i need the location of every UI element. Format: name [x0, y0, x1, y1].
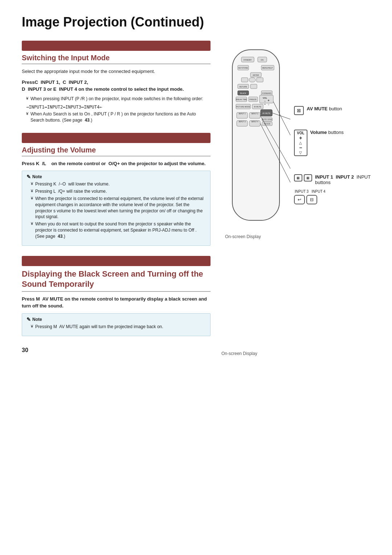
input2-icon: ▦: [306, 176, 310, 180]
svg-rect-12: [249, 78, 256, 82]
on-screen-display-2-container: On-screen Display: [221, 348, 257, 356]
section3-note-bullet-1: Pressing M AV MUTE again will turn the p…: [31, 324, 206, 330]
input12-buttons-icon: ▦ ▦: [294, 174, 312, 181]
av-mute-label-group: ⊠ AV MUTE button: [294, 106, 374, 115]
section2-note-bullet-2: Pressing L /Q+ will raise the volume.: [31, 188, 206, 195]
svg-text:▽: ▽: [268, 103, 269, 106]
section3-note-bullets: Pressing M AV MUTE again will turn the p…: [31, 324, 206, 330]
section2-title: Adjusting the Volume: [22, 146, 211, 156]
section2-note-label: ✎ Note: [26, 174, 206, 180]
svg-text:STANDBY: STANDBY: [243, 59, 252, 61]
remote-illustration: STANDBY ON KEYSTONE MENU/HELP ENTER RETU…: [221, 48, 290, 227]
svg-text:W MUTE: W MUTE: [254, 106, 262, 108]
svg-text:ENTER: ENTER: [253, 74, 259, 76]
svg-rect-16: [250, 84, 257, 89]
input4-icon: ⊟: [310, 197, 314, 202]
av-mute-label: AV MUTE button: [307, 106, 342, 111]
svg-rect-13: [257, 78, 263, 82]
section2-instruction: Press K /L on the remote control or O/Q+…: [22, 160, 211, 167]
svg-text:FREEZE: FREEZE: [249, 98, 257, 101]
svg-rect-25: [260, 95, 273, 103]
input12-label-group: ▦ ▦ INPUT 1 INPUT 2 INPUTbuttons: [294, 174, 374, 185]
input12-label: INPUT 1 INPUT 2 INPUTbuttons: [315, 174, 371, 185]
svg-text:VOL: VOL: [263, 97, 268, 99]
page-number: 30: [22, 347, 211, 354]
section1-bullets: When pressing INPUT (P /R ) on the proje…: [26, 96, 211, 102]
svg-text:FORWARD: FORWARD: [262, 92, 271, 94]
svg-text:KEYSTONE: KEYSTONE: [238, 67, 248, 69]
section1-body: Select the appropriate input mode for th…: [22, 68, 211, 75]
section1-bullets-2: When Auto Search is set to On , INPUT ( …: [26, 111, 211, 123]
input12-label-text: INPUT 1 INPUT 2 INPUTbuttons: [315, 174, 371, 185]
section3-header-bar: [22, 256, 211, 266]
av-mute-button-icon: ⊠: [294, 106, 304, 115]
svg-text:+: +: [268, 99, 269, 102]
input34-label-group: INPUT 3 INPUT 4: [294, 189, 374, 193]
svg-text:BLACK: BLACK: [240, 92, 246, 94]
section1-title: Switching the Input Mode: [22, 54, 211, 64]
svg-text:INPUT 3: INPUT 3: [238, 121, 245, 123]
section3-note-label: ✎ Note: [26, 317, 206, 322]
svg-text:INPUT 4: INPUT 4: [251, 121, 258, 123]
input34-label-prefix: INPUT 3 INPUT 4: [295, 189, 326, 193]
svg-text:RETURN: RETURN: [240, 86, 247, 88]
svg-text:−: −: [264, 102, 266, 106]
input3-icon: ↩: [298, 197, 301, 202]
svg-text:INPUT 2: INPUT 2: [251, 113, 258, 115]
svg-text:BREAK TIME: BREAK TIME: [236, 98, 247, 101]
section2-note-bullet-3: When the projector is connected to exter…: [31, 196, 206, 220]
note-icon-2: ✎: [26, 317, 31, 322]
av-mute-label-text: AV MUTE: [307, 106, 328, 111]
left-column: Switching the Input Mode Select the appr…: [22, 41, 211, 356]
section2-note-box: ✎ Note Pressing K /−Ο will lower the vol…: [22, 171, 211, 245]
remote-svg: STANDBY ON KEYSTONE MENU/HELP ENTER RETU…: [221, 48, 290, 226]
input-flow: →INPUT1↔INPUT2↔INPUT3↔INPUT4←: [26, 105, 211, 110]
av-mute-label-suffix: button: [328, 106, 342, 111]
svg-rect-11: [241, 78, 248, 82]
section3-note-box: ✎ Note Pressing M AV MUTE again will tur…: [22, 313, 211, 336]
input34-buttons: ↩ ⊟: [294, 195, 374, 204]
svg-text:INPUT 1: INPUT 1: [238, 113, 245, 115]
on-screen-display-1: On-screen Display: [225, 234, 261, 239]
section3-instruction: Press M AV MUTE on the remote control to…: [22, 295, 211, 310]
section3-note-text: Note: [32, 317, 42, 322]
section3-title: Displaying the Black Screen and Turning …: [22, 269, 211, 292]
svg-text:△: △: [264, 100, 266, 102]
vol-label-group: VOL + △ − ▽ Volume buttons: [294, 130, 374, 156]
section1-bullet-1: When pressing INPUT (P /R ) on the proje…: [26, 96, 211, 102]
section1-header-bar: [22, 41, 211, 51]
vol-buttons-icon: VOL + △ − ▽: [294, 130, 307, 156]
input1-icon: ▦: [297, 176, 300, 180]
svg-text:MENU/HELP: MENU/HELP: [262, 67, 273, 69]
note-icon: ✎: [26, 174, 31, 180]
section2-header-bar: [22, 133, 211, 143]
svg-text:ON: ON: [261, 59, 264, 61]
right-column: STANDBY ON KEYSTONE MENU/HELP ENTER RETU…: [221, 41, 370, 356]
section2-note-bullets: Pressing K /−Ο will lower the volume. Pr…: [31, 181, 206, 239]
page-title: Image Projection (Continued): [22, 15, 370, 30]
svg-text:PICTURE MODE: PICTURE MODE: [236, 106, 250, 108]
section1-bullet-2: When Auto Search is set to On , INPUT ( …: [26, 111, 211, 123]
svg-text:AUTO SYNC: AUTO SYNC: [262, 118, 272, 121]
svg-text:AV MUTE: AV MUTE: [262, 112, 271, 114]
section2-note-text: Note: [32, 174, 42, 179]
on-screen-display-2: On-screen Display: [221, 351, 257, 356]
vol-label: Volume buttons: [310, 130, 344, 135]
section1-instruction: PressC INPUT 1, C INPUT 2, D INPUT 3 or …: [22, 79, 211, 93]
section2-note-bullet-1: Pressing K /−Ο will lower the volume.: [31, 181, 206, 187]
remote-labels: ⊠ AV MUTE button VOL + △ − ▽ Vo: [294, 106, 374, 204]
section2-note-bullet-4: When you do not want to output the sound…: [31, 221, 206, 239]
